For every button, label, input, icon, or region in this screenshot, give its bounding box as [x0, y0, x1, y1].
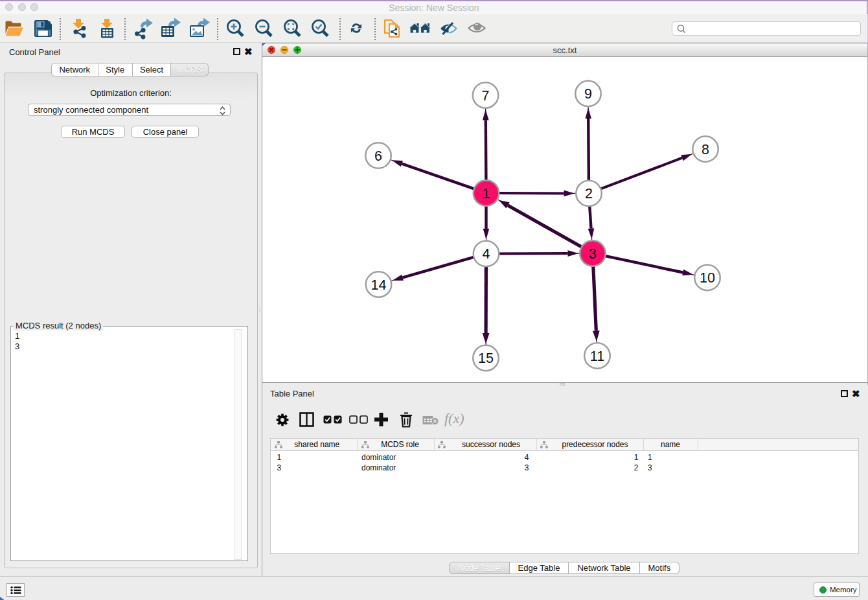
- svg-text:1: 1: [483, 186, 490, 202]
- svg-text:7: 7: [482, 88, 490, 104]
- svg-text:4: 4: [483, 246, 490, 262]
- svg-text:8: 8: [702, 142, 709, 157]
- svg-text:11: 11: [590, 349, 604, 364]
- svg-text:14: 14: [371, 277, 387, 293]
- svg-text:15: 15: [478, 351, 494, 366]
- svg-text:3: 3: [589, 246, 597, 262]
- svg-text:9: 9: [584, 86, 592, 102]
- svg-text:6: 6: [374, 148, 382, 164]
- svg-text:2: 2: [585, 186, 593, 202]
- svg-text:10: 10: [700, 270, 715, 286]
